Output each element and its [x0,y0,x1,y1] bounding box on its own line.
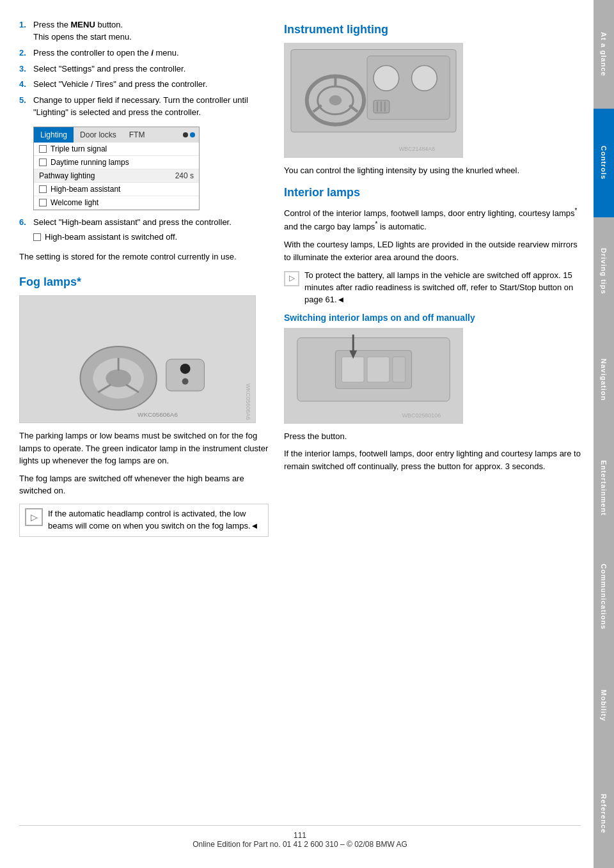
checkbox-highbeam [39,185,47,193]
step-num-3: 3. [19,63,29,75]
settings-row-daytime: Daytime running lamps [34,156,199,169]
menu-bold: MENU [71,20,95,29]
checkbox-result [33,233,41,241]
left-column: 1. Press the MENU button. This opens the… [19,19,269,810]
svg-rect-30 [342,357,364,382]
label-highbeam: High-beam assistant [51,185,120,194]
sidebar-item-navigation: Navigation [594,325,614,434]
fog-section: Fog lamps* [19,275,269,536]
svg-rect-31 [367,357,390,382]
switching-title: Switching interior lamps on and off manu… [284,313,581,323]
page-number: 111 [294,831,306,840]
svg-point-15 [329,95,342,105]
instrument-body: You can control the lighting intensity b… [284,164,581,177]
fog-img-label: WKC05606A6 [245,384,251,420]
label-triple: Triple turn signal [51,144,107,153]
switching-para: If the interior lamps, footwell lamps, d… [284,447,581,472]
interior-para-2: With the courtesy lamps, LED lights are … [284,238,581,263]
fog-title: Fog lamps* [19,275,269,289]
sidebar-label-mobility: Mobility [600,690,608,722]
fog-para-1: The parking lamps or low beams must be s… [19,430,269,467]
fog-note-block: ▷ If the automatic headlamp control is a… [19,504,269,537]
step-num-5: 5. [19,95,29,119]
value-pathway: 240 s [175,171,194,180]
settings-row-highbeam: High-beam assistant [34,183,199,196]
interior-title: Interior lamps [284,186,581,199]
step-5: 5. Change to upper field if necessary. T… [19,95,269,119]
press-text: Press the button. [284,430,581,443]
sidebar-item-mobility: Mobility [594,651,614,760]
step-1-sub: This opens the start menu. [33,32,132,42]
instrument-title: Instrument lighting [284,23,581,36]
checkbox-welcome [39,199,47,206]
interior-svg: WBC02580106 [285,328,462,424]
fog-svg: WKC05606A6 [20,295,255,423]
step-text-5: Change to upper field if necessary. Turn… [33,95,269,119]
step-text-2: Press the controller to open the i menu. [33,47,179,59]
step-6-result: High-beam assistant is switched off. [45,231,177,244]
switching-section: Switching interior lamps on and off manu… [284,313,581,473]
warning-icon [284,271,299,286]
warning-text: To protect the battery, all lamps in the… [304,270,581,306]
dot-2 [190,132,195,137]
sidebar-label-reference: Reference [600,794,608,833]
steps-list: 1. Press the MENU button. This opens the… [19,19,269,119]
interior-section: Interior lamps Control of the interior l… [284,186,581,473]
step-num-2: 2. [19,47,29,59]
svg-point-9 [182,378,189,385]
fog-note-icon: ▷ [25,508,43,526]
checkbox-daytime [39,159,47,166]
interior-para-1: Control of the interior lamps, footwell … [284,206,581,234]
step-2: 2. Press the controller to open the i me… [19,47,269,59]
page-footer: 111 Online Edition for Part no. 01 41 2 … [19,825,581,849]
right-column: Instrument lighting [284,19,581,810]
sidebar-label-at-glance: At a glance [600,32,608,77]
step-6-list: 6. Select "High-beam assistant" and pres… [19,217,269,244]
tab-dots [183,132,199,137]
note-text: The setting is stored for the remote con… [19,251,269,263]
step-text-6: Select "High-beam assistant" and press t… [33,217,232,244]
checkbox-triple [39,145,47,153]
svg-text:WKC05606A6: WKC05606A6 [138,411,178,418]
settings-row-triple: Triple turn signal [34,143,199,156]
warning-block: To protect the battery, all lamps in the… [284,270,581,306]
step-text-3: Select "Settings" and press the controll… [33,63,185,75]
svg-point-21 [412,65,437,91]
step-1: 1. Press the MENU button. This opens the… [19,19,269,43]
sidebar-item-controls: Controls [594,109,614,217]
settings-header: Lighting Door locks FTM [34,127,199,143]
label-daytime: Daytime running lamps [51,158,129,167]
two-column-layout: 1. Press the MENU button. This opens the… [19,19,581,810]
svg-text:WBC21484A6: WBC21484A6 [399,146,436,152]
fog-note-text: If the automatic headlamp control is act… [48,508,263,532]
sidebar-label-navigation: Navigation [600,359,608,401]
label-welcome: Welcome light [51,198,98,207]
interior-image: WBC02580106 [284,328,463,424]
page-container: 1. Press the MENU button. This opens the… [0,0,614,868]
fog-para-2: The fog lamps are switched off whenever … [19,472,269,497]
svg-point-20 [374,65,399,91]
sidebar: At a glance Controls Driving tips Naviga… [594,0,614,868]
svg-text:WBC02580106: WBC02580106 [402,412,441,418]
settings-row-welcome: Welcome light [34,196,199,210]
svg-rect-32 [393,357,405,382]
sidebar-label-driving: Driving tips [600,248,608,295]
step-text-4: Select "Vehicle / Tires" and press the c… [33,79,207,91]
step-num-6: 6. [19,217,29,244]
step-num-1: 1. [19,19,29,43]
main-content: 1. Press the MENU button. This opens the… [0,0,594,868]
instrument-image: WBC21484A6 [284,43,463,158]
settings-row-pathway: Pathway lighting 240 s [34,169,199,183]
svg-point-8 [180,364,191,374]
step-6: 6. Select "High-beam assistant" and pres… [19,217,269,244]
sidebar-label-communications: Communications [600,564,608,630]
tab-lighting: Lighting [34,127,74,143]
step-num-4: 4. [19,79,29,91]
sidebar-item-driving: Driving tips [594,217,614,326]
tab-ftm: FTM [123,127,152,143]
settings-screenshot: Lighting Door locks FTM Triple turn sign… [33,127,200,210]
instrument-svg: WBC21484A6 [285,43,462,158]
label-pathway: Pathway lighting [39,171,95,180]
step-3: 3. Select "Settings" and press the contr… [19,63,269,75]
instrument-section: Instrument lighting [284,23,581,177]
